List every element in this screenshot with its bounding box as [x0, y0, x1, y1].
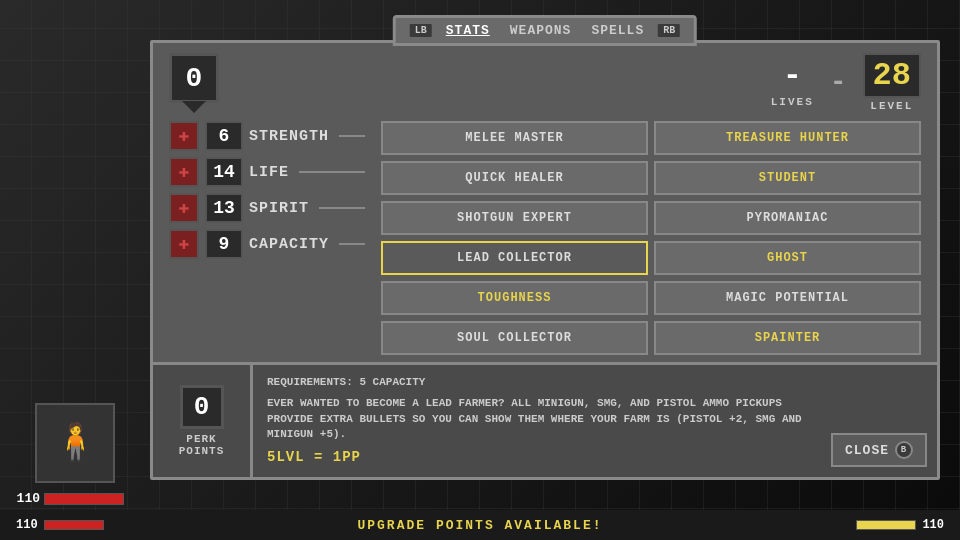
- life-value: 14: [205, 157, 243, 187]
- close-button[interactable]: CLOSE B: [831, 433, 927, 467]
- capacity-value: 9: [205, 229, 243, 259]
- bottom-right: 110: [856, 518, 944, 532]
- perk-treasure-hunter[interactable]: TREASURE HUNTER: [654, 121, 921, 155]
- connector-4: [339, 243, 365, 245]
- player-icon: 🧍: [35, 403, 115, 483]
- hp-left-value: 110: [10, 491, 40, 506]
- upgrade-points-section: 0: [169, 53, 219, 115]
- pp-num: 0: [180, 385, 224, 429]
- content-area: ✚ 6 STRENGTH ✚ 14 LIFE ✚: [153, 121, 937, 355]
- stat-row-strength: ✚ 6 STRENGTH: [169, 121, 369, 151]
- close-circle-icon: B: [895, 441, 913, 459]
- life-label: LIFE: [249, 164, 289, 181]
- perk-student[interactable]: STUDENT: [654, 161, 921, 195]
- perk-description: REQUIREMENTS: 5 CAPACITY EVER WANTED TO …: [253, 365, 827, 477]
- perk-lead-collector[interactable]: LEAD COLLECTOR: [381, 241, 648, 275]
- points-badge: 0: [169, 53, 219, 103]
- points-arrow: [182, 101, 206, 113]
- capacity-label: CAPACITY: [249, 236, 329, 253]
- bottom-hp-right: 110: [922, 518, 944, 532]
- close-btn-area: CLOSE B: [827, 365, 937, 477]
- xp-bar: [856, 520, 916, 530]
- plus-icon-3: ✚: [179, 199, 190, 217]
- perk-spainter[interactable]: SPAINTER: [654, 321, 921, 355]
- life-plus-btn[interactable]: ✚: [169, 157, 199, 187]
- strength-value: 6: [205, 121, 243, 151]
- lives-display: - LIVES: [771, 57, 814, 108]
- perks-grid: MELEE MASTER TREASURE HUNTER QUICK HEALE…: [381, 121, 921, 355]
- perk-desc-body: EVER WANTED TO BECOME A LEAD FARMER? ALL…: [267, 396, 813, 442]
- connector-2: [299, 171, 365, 173]
- spirit-label: SPIRIT: [249, 200, 309, 217]
- tab-lb-button[interactable]: LB: [408, 22, 434, 39]
- bottom-hp-bar-left: [44, 520, 104, 530]
- spirit-plus-btn[interactable]: ✚: [169, 193, 199, 223]
- perk-requirements: REQUIREMENTS: 5 CAPACITY: [267, 375, 813, 390]
- bottom-hp-left: 110: [16, 518, 38, 532]
- capacity-plus-btn[interactable]: ✚: [169, 229, 199, 259]
- stat-row-capacity: ✚ 9 CAPACITY: [169, 229, 369, 259]
- connector: [339, 135, 365, 137]
- strength-label: STRENGTH: [249, 128, 329, 145]
- lives-value: -: [771, 57, 814, 94]
- bottom-panel: 0 PERKPOINTS REQUIREMENTS: 5 CAPACITY EV…: [153, 362, 937, 477]
- level-label: LEVEL: [863, 100, 921, 112]
- level-display: 28 LEVEL: [863, 53, 921, 112]
- plus-icon-4: ✚: [179, 235, 190, 253]
- stats-panel: ✚ 6 STRENGTH ✚ 14 LIFE ✚: [169, 121, 369, 355]
- upgrade-text: UPGRADE POINTS AVAILABLE!: [357, 518, 602, 533]
- tab-stats[interactable]: STATS: [438, 23, 498, 38]
- connector-3: [319, 207, 365, 209]
- left-sidebar: 🧍 110: [0, 0, 150, 540]
- bottom-left: 110: [16, 518, 104, 532]
- perk-quick-healer[interactable]: QUICK HEALER: [381, 161, 648, 195]
- strength-plus-btn[interactable]: ✚: [169, 121, 199, 151]
- perk-ghost[interactable]: GHOST: [654, 241, 921, 275]
- separator: -: [830, 67, 847, 98]
- plus-icon-2: ✚: [179, 163, 190, 181]
- spirit-value: 13: [205, 193, 243, 223]
- top-info: 0 - LIVES - 28 LEVEL: [153, 43, 937, 121]
- perk-points-section: 0 PERKPOINTS: [153, 365, 253, 477]
- perk-cost: 5LVL = 1PP: [267, 449, 813, 465]
- tab-rb-button[interactable]: RB: [656, 22, 682, 39]
- perk-melee-master[interactable]: MELEE MASTER: [381, 121, 648, 155]
- plus-icon: ✚: [179, 127, 190, 145]
- hp-bar-left: [44, 493, 124, 505]
- perk-shotgun-expert[interactable]: SHOTGUN EXPERT: [381, 201, 648, 235]
- main-panel: LB STATS WEAPONS SPELLS RB 0 - LIVES - 2…: [150, 40, 940, 480]
- bottom-bar: 110 UPGRADE POINTS AVAILABLE! 110: [0, 510, 960, 540]
- close-label: CLOSE: [845, 443, 889, 458]
- tab-bar: LB STATS WEAPONS SPELLS RB: [393, 15, 697, 46]
- tab-weapons[interactable]: WEAPONS: [502, 23, 580, 38]
- tab-spells[interactable]: SPELLS: [583, 23, 652, 38]
- pp-label: PERKPOINTS: [179, 433, 225, 457]
- perk-soul-collector[interactable]: SOUL COLLECTOR: [381, 321, 648, 355]
- perk-toughness[interactable]: TOUGHNESS: [381, 281, 648, 315]
- perk-magic-potential[interactable]: MAGIC POTENTIAL: [654, 281, 921, 315]
- stat-row-spirit: ✚ 13 SPIRIT: [169, 193, 369, 223]
- perk-pyromaniac[interactable]: PYROMANIAC: [654, 201, 921, 235]
- lives-label: LIVES: [771, 96, 814, 108]
- stat-row-life: ✚ 14 LIFE: [169, 157, 369, 187]
- lives-level: - LIVES - 28 LEVEL: [771, 53, 921, 112]
- level-value: 28: [863, 53, 921, 98]
